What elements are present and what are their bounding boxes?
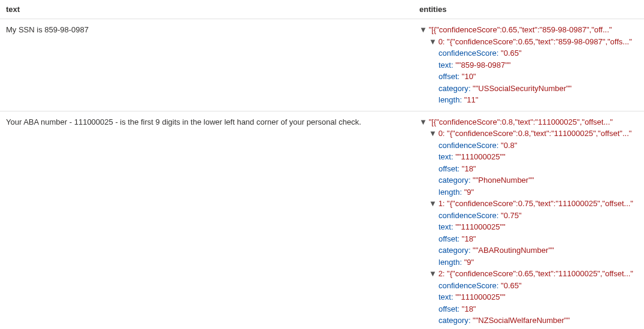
tree-item[interactable]: ▼ 2: "{"confidenceScore":0.65,"text":"11… [419, 268, 638, 280]
caret-down-icon[interactable]: ▼ [419, 24, 427, 36]
table-row: Your ABA number - 111000025 - is the fir… [0, 111, 644, 329]
tree-prop: offset: "10" [419, 71, 638, 83]
tree-item[interactable]: ▼ 0: "{"confidenceScore":0.65,"text":"85… [419, 36, 638, 48]
tree-prop: length: "11" [419, 94, 638, 106]
tree-root-label: "[{"confidenceScore":0.8,"text":"1110000… [429, 117, 613, 126]
table-header-row: text entities [0, 0, 644, 19]
caret-down-icon[interactable]: ▼ [429, 268, 436, 280]
tree-prop: confidenceScore: "0.8" [419, 140, 638, 152]
tree-index: 0: [439, 129, 447, 138]
tree-prop: confidenceScore: "0.75" [419, 210, 638, 222]
tree-prop: confidenceScore: "0.65" [419, 280, 638, 292]
tree-prop: length: "9" [419, 327, 638, 330]
cell-text: Your ABA number - 111000025 - is the fir… [0, 111, 413, 329]
tree-prop: length: "9" [419, 256, 638, 268]
tree-item[interactable]: ▼ 1: "{"confidenceScore":0.75,"text":"11… [419, 198, 638, 210]
column-header-text[interactable]: text [0, 0, 413, 19]
tree-index: 1: [439, 199, 447, 208]
tree-prop: category: ""PhoneNumber"" [419, 174, 638, 186]
tree-index: 2: [439, 269, 447, 278]
tree-prop: confidenceScore: "0.65" [419, 47, 638, 59]
caret-down-icon[interactable]: ▼ [419, 116, 427, 128]
caret-down-icon[interactable]: ▼ [429, 36, 436, 48]
tree-prop: text: ""111000025"" [419, 291, 638, 303]
tree-item[interactable]: ▼ 0: "{"confidenceScore":0.8,"text":"111… [419, 128, 638, 140]
tree-prop: category: ""ABARoutingNumber"" [419, 245, 638, 256]
tree-item-summary: "{"confidenceScore":0.75,"text":"1110000… [447, 199, 633, 208]
caret-down-icon[interactable]: ▼ [429, 128, 436, 140]
tree-root-label: "[{"confidenceScore":0.65,"text":"859-98… [429, 25, 612, 34]
results-table: text entities My SSN is 859-98-0987 ▼ "[… [0, 0, 644, 329]
tree-prop: text: ""859-98-0987"" [419, 59, 638, 71]
cell-entities: ▼ "[{"confidenceScore":0.65,"text":"859-… [413, 19, 644, 111]
json-tree: ▼ "[{"confidenceScore":0.65,"text":"859-… [419, 24, 638, 106]
column-header-entities[interactable]: entities [413, 0, 644, 19]
tree-item-summary: "{"confidenceScore":0.8,"text":"11100002… [447, 129, 631, 138]
cell-entities: ▼ "[{"confidenceScore":0.8,"text":"11100… [413, 111, 644, 329]
tree-prop: text: ""111000025"" [419, 221, 638, 233]
tree-index: 0: [439, 37, 447, 46]
tree-prop: text: ""111000025"" [419, 151, 638, 163]
caret-down-icon[interactable]: ▼ [429, 198, 436, 210]
json-tree: ▼ "[{"confidenceScore":0.8,"text":"11100… [419, 116, 638, 330]
tree-item-summary: "{"confidenceScore":0.65,"text":"1110000… [447, 269, 633, 278]
cell-text: My SSN is 859-98-0987 [0, 19, 413, 111]
tree-item-summary: "{"confidenceScore":0.65,"text":"859-98-… [447, 37, 632, 46]
tree-prop: offset: "18" [419, 233, 638, 245]
tree-prop: offset: "18" [419, 303, 638, 315]
tree-prop: category: ""USSocialSecurityNumber"" [419, 83, 638, 95]
tree-prop: offset: "18" [419, 163, 638, 175]
tree-root[interactable]: ▼ "[{"confidenceScore":0.65,"text":"859-… [419, 24, 638, 36]
tree-root[interactable]: ▼ "[{"confidenceScore":0.8,"text":"11100… [419, 116, 638, 128]
tree-prop: length: "9" [419, 186, 638, 198]
table-row: My SSN is 859-98-0987 ▼ "[{"confidenceSc… [0, 19, 644, 111]
tree-prop: category: ""NZSocialWelfareNumber"" [419, 315, 638, 327]
